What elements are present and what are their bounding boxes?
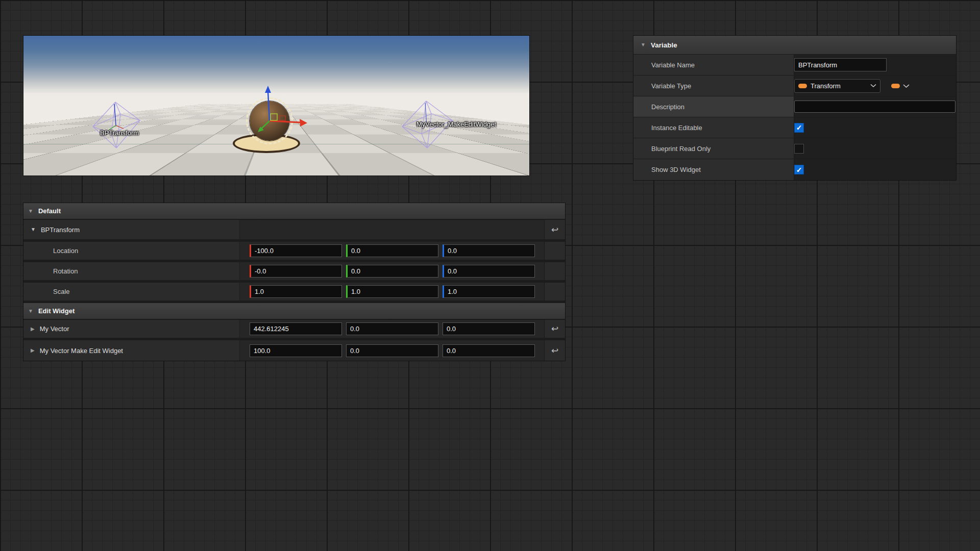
gizmo-z-arrowhead: [265, 86, 271, 93]
my-vector-make-edit-widget-row[interactable]: ▶ My Vector Make Edit Widget ↩: [23, 340, 565, 361]
collapse-arrow-icon: ▼: [641, 42, 646, 47]
show-3d-widget-label: Show 3D Widget: [633, 159, 794, 180]
collapse-arrow-icon: ▼: [28, 309, 33, 314]
myvector-widget-label: MyVector_MakeEditWidget: [416, 120, 496, 128]
rotation-y-input[interactable]: [346, 265, 438, 278]
rotation-x-input[interactable]: [250, 265, 342, 278]
variable-panel: ▼ Variable Variable Name Variable Type T…: [633, 35, 957, 181]
blueprint-read-only-row: Blueprint Read Only ✓: [633, 138, 956, 159]
scale-y-input[interactable]: [346, 285, 438, 298]
gizmo-x-arrowhead: [300, 119, 307, 127]
expand-arrow-icon: ▶: [31, 348, 35, 353]
scale-z-input[interactable]: [443, 285, 535, 298]
description-row: Description: [633, 96, 956, 117]
location-y-input[interactable]: [346, 244, 438, 257]
container-type-dropdown[interactable]: [891, 84, 910, 88]
blueprint-read-only-label: Blueprint Read Only: [633, 138, 794, 159]
location-row: Location: [23, 242, 565, 262]
variable-type-dropdown[interactable]: Transform: [794, 79, 880, 93]
my-vector-mew-z-input[interactable]: [443, 344, 535, 357]
check-icon: ✓: [796, 166, 802, 173]
variable-name-row: Variable Name: [633, 55, 956, 76]
category-edit-widget[interactable]: ▼ Edit Widget: [23, 303, 565, 320]
show-3d-widget-checkbox[interactable]: ✓: [794, 165, 804, 174]
reset-to-default-button[interactable]: ↩: [551, 324, 558, 333]
blueprint-read-only-checkbox[interactable]: ✓: [794, 144, 804, 154]
expand-arrow-icon: ▶: [31, 327, 35, 332]
scale-row: Scale: [23, 283, 565, 303]
bptransform-property-row[interactable]: ▼ BPTransform ↩: [23, 220, 565, 242]
chevron-down-icon: [903, 84, 910, 88]
my-vector-mew-x-input[interactable]: [250, 344, 342, 357]
show-3d-widget-row: Show 3D Widget ✓: [633, 159, 956, 180]
my-vector-x-input[interactable]: [250, 322, 342, 335]
reset-to-default-button[interactable]: ↩: [551, 346, 558, 355]
scale-x-input[interactable]: [250, 285, 342, 298]
blueprint-graph-background[interactable]: BPTransform MyVector_MakeEditWidget ▼ Va…: [0, 0, 980, 551]
bptransform-widget-label: BPTransform: [100, 129, 139, 137]
scale-label: Scale: [53, 288, 70, 295]
my-vector-row[interactable]: ▶ My Vector ↩: [23, 320, 565, 340]
bptransform-widget-wireframe[interactable]: [89, 100, 143, 150]
z-axis-line: [114, 104, 116, 126]
instance-editable-checkbox[interactable]: ✓: [794, 123, 804, 133]
description-label: Description: [633, 96, 794, 117]
my-vector-label: My Vector: [40, 325, 69, 333]
description-input[interactable]: [794, 101, 955, 113]
variable-name-label: Variable Name: [633, 55, 794, 75]
category-default[interactable]: ▼ Default: [23, 203, 565, 220]
variable-type-label: Variable Type: [633, 76, 794, 96]
transform-gizmo[interactable]: [235, 82, 332, 143]
chevron-down-icon: [870, 84, 876, 88]
collapse-arrow-icon: ▼: [28, 209, 33, 214]
bptransform-property-label: BPTransform: [41, 226, 80, 234]
gizmo-z-axis[interactable]: [268, 92, 270, 121]
my-vector-z-input[interactable]: [443, 322, 535, 335]
location-z-input[interactable]: [443, 244, 535, 257]
location-label: Location: [53, 247, 78, 255]
variable-type-value: Transform: [811, 82, 867, 90]
rotation-z-input[interactable]: [443, 265, 535, 278]
instance-editable-label: Instance Editable: [633, 117, 794, 138]
defaults-panel: ▼ Default ▼ BPTransform ↩ Location: [23, 203, 566, 361]
collapse-arrow-icon: ▼: [31, 227, 36, 232]
x-axis-line: [116, 126, 124, 129]
variable-type-row: Variable Type Transform: [633, 76, 956, 96]
my-vector-y-input[interactable]: [346, 322, 438, 335]
rotation-label: Rotation: [53, 267, 78, 275]
gizmo-x-axis[interactable]: [270, 121, 300, 122]
variable-name-input[interactable]: [794, 58, 887, 71]
transform-type-icon: [798, 84, 807, 88]
transform-type-icon: [891, 84, 900, 88]
location-x-input[interactable]: [250, 244, 342, 257]
my-vector-mew-y-input[interactable]: [346, 344, 438, 357]
gizmo-plane-handle[interactable]: [271, 114, 277, 120]
variable-category-header[interactable]: ▼ Variable: [633, 36, 956, 55]
check-icon: ✓: [796, 124, 802, 131]
instance-editable-row: Instance Editable ✓: [633, 117, 956, 138]
variable-panel-title: Variable: [651, 41, 677, 49]
gizmo-y-axis[interactable]: [261, 121, 270, 129]
rotation-row: Rotation: [23, 262, 565, 283]
gizmo-plane-handle-2[interactable]: [279, 116, 285, 120]
viewport-preview[interactable]: BPTransform MyVector_MakeEditWidget: [23, 35, 530, 176]
reset-to-default-button[interactable]: ↩: [551, 226, 558, 234]
my-vector-make-edit-widget-label: My Vector Make Edit Widget: [40, 347, 123, 355]
